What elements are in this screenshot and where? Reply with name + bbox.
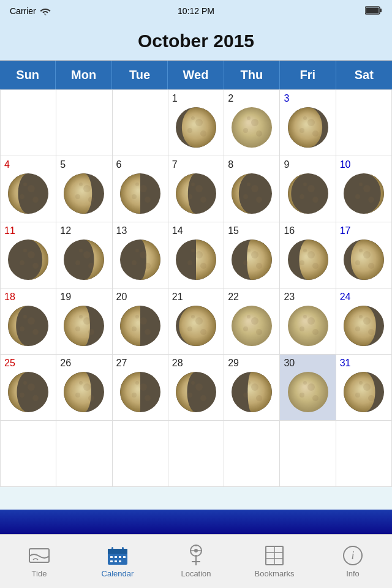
svg-rect-9 xyxy=(115,556,117,558)
day-number: 20 xyxy=(113,288,131,303)
cal-cell xyxy=(280,421,336,487)
day-number: 7 xyxy=(168,156,181,170)
tab-bookmarks[interactable]: Bookmarks xyxy=(235,545,314,578)
cal-cell[interactable]: 6 xyxy=(113,156,168,222)
day-number: 30 xyxy=(280,355,298,369)
cal-cell[interactable]: 27 xyxy=(113,355,168,421)
cal-cell[interactable]: 28 xyxy=(168,355,224,421)
cal-cell[interactable]: 31 xyxy=(336,355,392,421)
day-number: 3 xyxy=(280,90,293,104)
location-icon xyxy=(185,545,207,567)
svg-rect-12 xyxy=(110,560,113,562)
tab-info[interactable]: i Info xyxy=(314,545,392,578)
day-number: 28 xyxy=(168,355,187,369)
moon-phase xyxy=(174,370,218,414)
day-number: 26 xyxy=(56,355,75,369)
svg-rect-11 xyxy=(123,556,126,558)
cal-cell[interactable]: 26 xyxy=(56,355,112,421)
tab-info-label: Info xyxy=(346,569,360,578)
day-number: 11 xyxy=(1,222,19,236)
tab-calendar[interactable]: Calendar xyxy=(78,545,157,578)
day-number: 31 xyxy=(336,355,355,369)
moon-phase xyxy=(174,238,218,282)
cal-cell[interactable]: 1 xyxy=(168,90,224,156)
cal-cell[interactable]: 2 xyxy=(224,90,280,156)
cal-cell[interactable]: 12 xyxy=(56,222,112,288)
moon-phase xyxy=(230,105,274,149)
status-time: 10:12 PM xyxy=(178,6,214,16)
cal-cell[interactable]: 9 xyxy=(280,156,336,222)
cal-cell[interactable]: 18 xyxy=(1,288,56,355)
info-icon: i xyxy=(342,545,364,567)
day-number: 29 xyxy=(224,355,243,369)
bookmarks-icon xyxy=(263,545,285,567)
cal-cell[interactable]: 11 xyxy=(1,222,56,288)
cal-cell[interactable]: 20 xyxy=(113,288,168,355)
moon-phase xyxy=(118,238,162,282)
svg-rect-14 xyxy=(119,560,121,562)
tab-tide[interactable]: Tide xyxy=(0,545,78,578)
cal-cell xyxy=(56,421,112,487)
svg-rect-2 xyxy=(366,7,379,13)
cal-cell xyxy=(56,90,112,156)
cal-cell[interactable]: 25 xyxy=(1,355,56,421)
day-number: 4 xyxy=(1,156,13,170)
day-number: 6 xyxy=(113,156,126,170)
cal-cell[interactable]: 30 xyxy=(280,355,336,421)
moon-phase xyxy=(174,304,218,348)
cal-cell[interactable]: 15 xyxy=(224,222,280,288)
svg-rect-1 xyxy=(380,9,382,12)
svg-rect-8 xyxy=(110,556,113,558)
cal-cell xyxy=(113,421,168,487)
cal-cell[interactable]: 13 xyxy=(113,222,168,288)
cal-cell[interactable]: 4 xyxy=(1,156,56,222)
moon-phase xyxy=(6,172,50,216)
cal-cell[interactable]: 3 xyxy=(280,90,336,156)
moon-phase xyxy=(230,238,274,282)
cal-cell[interactable]: 19 xyxy=(56,288,112,355)
cal-cell xyxy=(336,90,392,156)
cal-cell[interactable]: 24 xyxy=(336,288,392,355)
day-number: 21 xyxy=(168,288,187,303)
moon-phase xyxy=(230,304,274,348)
cal-cell[interactable]: 17 xyxy=(336,222,392,288)
tide-icon xyxy=(28,545,50,567)
moon-phase xyxy=(118,304,162,348)
svg-point-19 xyxy=(194,549,198,552)
day-number: 17 xyxy=(336,222,355,236)
battery-icon xyxy=(365,6,382,15)
tab-location[interactable]: Location xyxy=(157,545,235,578)
moon-phase xyxy=(230,172,274,216)
header-mon: Mon xyxy=(56,61,111,89)
moon-phase xyxy=(118,172,162,216)
cal-cell xyxy=(168,421,224,487)
cal-cell[interactable]: 16 xyxy=(280,222,336,288)
day-number: 22 xyxy=(224,288,243,303)
wifi-icon xyxy=(40,7,51,15)
moon-phase xyxy=(286,304,330,348)
svg-rect-10 xyxy=(119,556,121,558)
moon-phase xyxy=(174,172,218,216)
header-fri: Fri xyxy=(280,61,336,89)
cal-cell[interactable]: 10 xyxy=(336,156,392,222)
cal-cell[interactable]: 21 xyxy=(168,288,224,355)
moon-phase xyxy=(6,370,50,414)
cal-cell xyxy=(1,90,56,156)
cal-cell[interactable]: 5 xyxy=(56,156,112,222)
day-number: 23 xyxy=(280,288,298,303)
cal-cell[interactable]: 23 xyxy=(280,288,336,355)
moon-phase xyxy=(286,238,330,282)
day-number: 9 xyxy=(280,156,293,170)
cal-cell xyxy=(113,90,168,156)
day-number: 16 xyxy=(280,222,298,236)
cal-cell[interactable]: 22 xyxy=(224,288,280,355)
cal-cell[interactable]: 8 xyxy=(224,156,280,222)
tab-tide-label: Tide xyxy=(32,569,47,578)
svg-text:i: i xyxy=(351,549,354,562)
cal-cell[interactable]: 29 xyxy=(224,355,280,421)
moon-phase xyxy=(342,238,386,282)
cal-cell xyxy=(224,421,280,487)
cal-cell[interactable]: 7 xyxy=(168,156,224,222)
bottom-gradient xyxy=(0,510,392,534)
cal-cell[interactable]: 14 xyxy=(168,222,224,288)
